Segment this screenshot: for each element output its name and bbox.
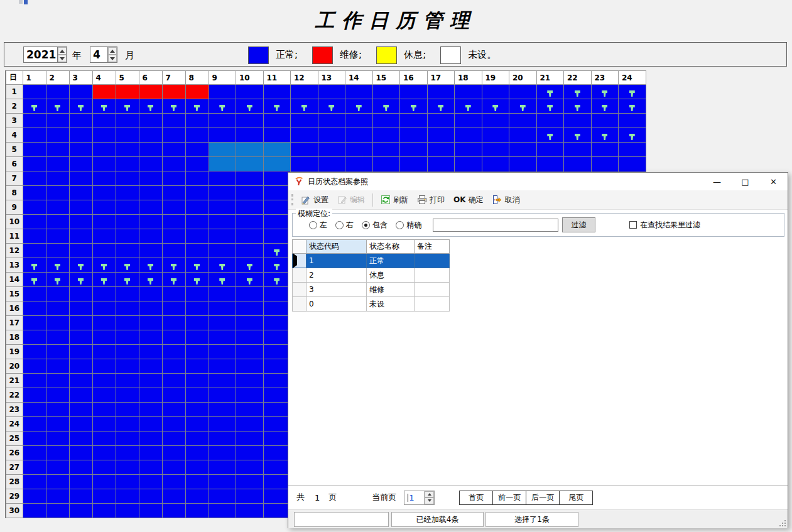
calendar-cell[interactable]: [209, 273, 236, 287]
calendar-cell[interactable]: [236, 460, 264, 475]
calendar-cell[interactable]: [92, 186, 116, 200]
column-header-code[interactable]: 状态代码: [306, 240, 367, 254]
calendar-cell[interactable]: [619, 114, 646, 128]
calendar-cell[interactable]: [23, 374, 46, 388]
calendar-cell[interactable]: [162, 215, 185, 229]
calendar-cell[interactable]: [236, 417, 264, 432]
calendar-cell[interactable]: [185, 345, 209, 359]
calendar-cell[interactable]: [162, 475, 185, 489]
calendar-cell[interactable]: [291, 85, 318, 99]
hour-column-header[interactable]: 11: [263, 71, 291, 85]
calendar-cell[interactable]: [92, 244, 116, 258]
calendar-cell[interactable]: [236, 504, 264, 518]
print-button[interactable]: 打印: [413, 192, 449, 207]
last-page-button[interactable]: 尾页: [559, 491, 593, 505]
calendar-cell[interactable]: [209, 432, 236, 446]
calendar-cell[interactable]: [139, 417, 162, 432]
calendar-cell[interactable]: [69, 171, 92, 186]
calendar-cell[interactable]: [23, 330, 46, 345]
cell-code[interactable]: 0: [306, 297, 367, 312]
cell-note[interactable]: [415, 283, 450, 297]
calendar-cell[interactable]: [209, 301, 236, 316]
calendar-cell[interactable]: [69, 446, 92, 460]
calendar-cell[interactable]: [162, 171, 185, 186]
calendar-cell[interactable]: [162, 330, 185, 345]
calendar-cell[interactable]: [162, 417, 185, 432]
calendar-cell[interactable]: [116, 143, 139, 157]
calendar-cell[interactable]: [116, 388, 139, 403]
calendar-cell[interactable]: [263, 229, 291, 244]
calendar-cell[interactable]: [139, 171, 162, 186]
calendar-cell[interactable]: [116, 99, 139, 114]
calendar-cell[interactable]: [46, 143, 69, 157]
calendar-cell[interactable]: [372, 99, 400, 114]
calendar-cell[interactable]: [69, 229, 92, 244]
calendar-cell[interactable]: [185, 157, 209, 171]
calendar-cell[interactable]: [209, 489, 236, 504]
calendar-cell[interactable]: [509, 114, 537, 128]
calendar-cell[interactable]: [345, 85, 373, 99]
calendar-cell[interactable]: [162, 446, 185, 460]
calendar-cell[interactable]: [139, 316, 162, 330]
day-row-header[interactable]: 25: [6, 432, 23, 446]
calendar-cell[interactable]: [263, 200, 291, 215]
calendar-cell[interactable]: [162, 403, 185, 417]
calendar-cell[interactable]: [185, 403, 209, 417]
calendar-cell[interactable]: [455, 99, 482, 114]
calendar-cell[interactable]: [536, 157, 564, 171]
calendar-cell[interactable]: [23, 143, 46, 157]
calendar-cell[interactable]: [455, 143, 482, 157]
calendar-cell[interactable]: [209, 374, 236, 388]
cell-note[interactable]: [415, 297, 450, 312]
hour-column-header[interactable]: 18: [455, 71, 482, 85]
calendar-cell[interactable]: [46, 460, 69, 475]
calendar-cell[interactable]: [116, 359, 139, 374]
table-row[interactable]: 2 休息: [293, 268, 450, 283]
calendar-cell[interactable]: [263, 258, 291, 273]
calendar-cell[interactable]: [185, 446, 209, 460]
day-row-header[interactable]: 20: [6, 359, 23, 374]
day-row-header[interactable]: 2: [6, 99, 23, 114]
calendar-cell[interactable]: [69, 460, 92, 475]
hour-column-header[interactable]: 7: [162, 71, 185, 85]
month-up-button[interactable]: [108, 47, 117, 55]
calendar-cell[interactable]: [69, 114, 92, 128]
calendar-cell[interactable]: [209, 475, 236, 489]
cell-name[interactable]: 未设: [367, 297, 415, 312]
calendar-cell[interactable]: [619, 85, 646, 99]
calendar-cell[interactable]: [92, 432, 116, 446]
calendar-cell[interactable]: [185, 374, 209, 388]
calendar-cell[interactable]: [116, 403, 139, 417]
calendar-cell[interactable]: [209, 85, 236, 99]
calendar-cell[interactable]: [263, 388, 291, 403]
calendar-cell[interactable]: [162, 114, 185, 128]
first-page-button[interactable]: 首页: [459, 491, 493, 505]
calendar-cell[interactable]: [162, 301, 185, 316]
row-selector-cell[interactable]: [293, 283, 306, 297]
calendar-cell[interactable]: [23, 171, 46, 186]
day-row-header[interactable]: 24: [6, 417, 23, 432]
calendar-cell[interactable]: [69, 403, 92, 417]
calendar-cell[interactable]: [185, 114, 209, 128]
calendar-cell[interactable]: [116, 258, 139, 273]
calendar-cell[interactable]: [139, 301, 162, 316]
calendar-cell[interactable]: [400, 143, 428, 157]
hour-column-header[interactable]: 20: [509, 71, 537, 85]
calendar-cell[interactable]: [92, 99, 116, 114]
calendar-cell[interactable]: [185, 432, 209, 446]
hour-column-header[interactable]: 9: [209, 71, 236, 85]
hour-column-header[interactable]: 24: [619, 71, 646, 85]
day-row-header[interactable]: 8: [6, 186, 23, 200]
calendar-cell[interactable]: [46, 200, 69, 215]
calendar-cell[interactable]: [236, 99, 264, 114]
calendar-cell[interactable]: [291, 157, 318, 171]
row-selector-cell[interactable]: [293, 254, 306, 268]
calendar-cell[interactable]: [564, 85, 592, 99]
calendar-cell[interactable]: [46, 403, 69, 417]
calendar-cell[interactable]: [185, 85, 209, 99]
calendar-cell[interactable]: [162, 244, 185, 258]
calendar-cell[interactable]: [116, 287, 139, 301]
edit-button[interactable]: 编辑: [333, 192, 369, 207]
calendar-cell[interactable]: [23, 99, 46, 114]
calendar-cell[interactable]: [162, 374, 185, 388]
